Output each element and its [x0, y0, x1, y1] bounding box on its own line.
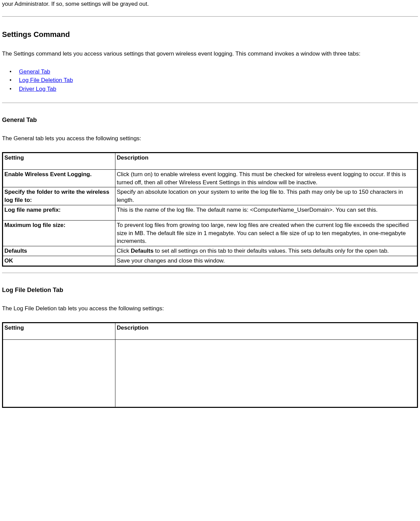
table-header-row: Setting Description	[3, 322, 418, 339]
description-cell	[115, 339, 418, 407]
table-header-row: Setting Description	[3, 152, 418, 169]
log-file-deletion-table: Setting Description	[2, 322, 418, 408]
desc-text: Click	[117, 248, 131, 254]
general-tab-heading: General Tab	[2, 117, 418, 124]
description-cell: Click Defaults to set all settings on th…	[115, 246, 418, 256]
col-header-setting: Setting	[3, 322, 115, 339]
log-file-deletion-tab-link[interactable]: Log File Deletion Tab	[19, 77, 73, 83]
log-file-deletion-heading: Log File Deletion Tab	[2, 287, 418, 294]
col-header-description: Description	[115, 322, 418, 339]
description-cell: Save your changes and close this window.	[115, 256, 418, 266]
desc-text: to set all settings on this tab to their…	[154, 248, 389, 254]
setting-cell: Log file name prefix:	[3, 205, 115, 221]
setting-cell: Defaults	[3, 246, 115, 256]
list-item: General Tab	[19, 67, 418, 76]
table-row: Log file name prefix: This is the name o…	[3, 205, 418, 221]
setting-cell	[3, 339, 115, 407]
general-tab-table: Setting Description Enable Wireless Even…	[2, 152, 418, 267]
list-item: Driver Log Tab	[19, 85, 418, 93]
setting-cell: OK	[3, 256, 115, 266]
settings-command-paragraph: The Settings command lets you access var…	[2, 50, 418, 58]
description-cell: To prevent log files from growing too la…	[115, 220, 418, 246]
intro-paragraph: your Administrator. If so, some settings…	[2, 0, 418, 8]
setting-cell: Specify the folder to write the wireless…	[3, 187, 115, 205]
table-row	[3, 339, 418, 407]
divider	[2, 103, 418, 103]
table-row: Specify the folder to write the wireless…	[3, 187, 418, 205]
log-file-deletion-paragraph: The Log File Deletion tab lets you acces…	[2, 305, 418, 313]
divider	[2, 273, 418, 273]
table-row: Enable Wireless Event Logging. Click (tu…	[3, 169, 418, 187]
settings-command-heading: Settings Command	[2, 30, 418, 39]
setting-cell: Enable Wireless Event Logging.	[3, 169, 115, 187]
col-header-setting: Setting	[3, 152, 115, 169]
table-row: Defaults Click Defaults to set all setti…	[3, 246, 418, 256]
col-header-description: Description	[115, 152, 418, 169]
driver-log-tab-link[interactable]: Driver Log Tab	[19, 86, 56, 92]
description-cell: Specify an absolute location on your sys…	[115, 187, 418, 205]
divider	[2, 16, 418, 17]
general-tab-link[interactable]: General Tab	[19, 68, 50, 75]
list-item: Log File Deletion Tab	[19, 76, 418, 85]
tab-links-list: General Tab Log File Deletion Tab Driver…	[2, 67, 418, 93]
desc-bold: Defaults	[131, 248, 154, 254]
table-row: Maximum log file size: To prevent log fi…	[3, 220, 418, 246]
general-tab-paragraph: The General tab lets you access the foll…	[2, 134, 418, 143]
description-cell: This is the name of the log file. The de…	[115, 205, 418, 221]
description-cell: Click (turn on) to enable wireless event…	[115, 169, 418, 187]
table-row: OK Save your changes and close this wind…	[3, 256, 418, 266]
setting-cell: Maximum log file size:	[3, 220, 115, 246]
